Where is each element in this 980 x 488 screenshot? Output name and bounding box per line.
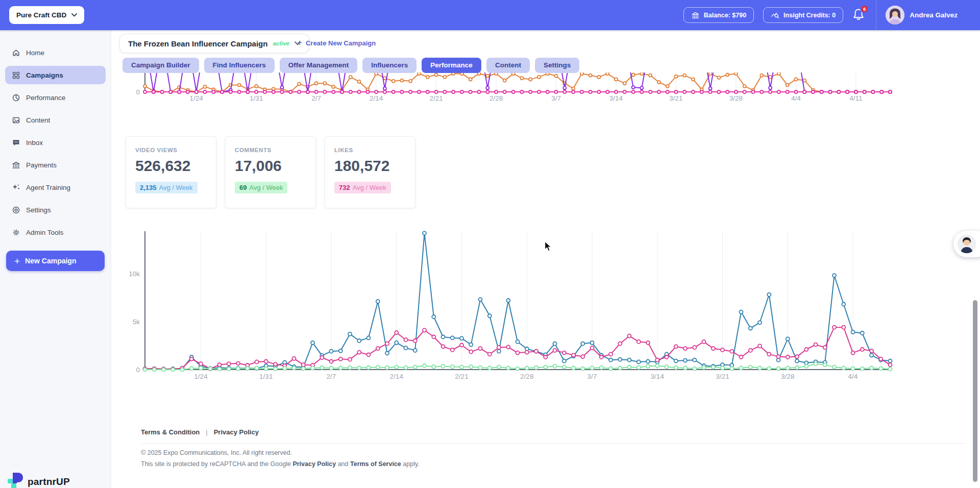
plus-icon: + xyxy=(14,256,20,266)
stat-avg-label: Avg / Week xyxy=(249,184,283,191)
stat-avg-badge: 732 Avg / Week xyxy=(334,182,391,193)
campaign-tabs: Campaign Builder Find Influencers Offer … xyxy=(122,58,579,73)
footer-separator: | xyxy=(206,428,207,436)
settings-icon xyxy=(12,206,20,214)
brand-logo: partnrUP xyxy=(7,472,70,488)
user-menu[interactable]: Andrea Galvez xyxy=(886,6,958,25)
engagement-chart-bottom[interactable]: 1/241/312/72/142/212/283/73/143/213/284/… xyxy=(128,227,914,385)
campaigns-icon xyxy=(12,71,20,80)
svg-text:3/7: 3/7 xyxy=(551,94,561,102)
svg-text:1/24: 1/24 xyxy=(194,373,208,380)
sidebar-item-label: Agent Training xyxy=(26,184,70,191)
sidebar-item-settings[interactable]: Settings xyxy=(5,201,106,219)
sidebar-item-label: Settings xyxy=(26,206,51,214)
tab-find-influencers[interactable]: Find Influencers xyxy=(204,58,275,73)
privacy-link[interactable]: Privacy Policy xyxy=(214,428,259,436)
tab-content[interactable]: Content xyxy=(486,58,530,73)
create-new-campaign-button[interactable]: + Create New Campaign xyxy=(297,38,376,48)
stat-avg-value: 69 xyxy=(239,184,247,191)
svg-text:3/14: 3/14 xyxy=(651,373,665,380)
home-icon xyxy=(12,48,20,57)
insight-chart-icon xyxy=(771,11,779,19)
insight-credits-button[interactable]: Insight Credits: 0 xyxy=(763,7,843,23)
stat-avg-value: 2,135 xyxy=(140,184,157,191)
tab-settings[interactable]: Settings xyxy=(535,58,579,73)
new-campaign-button[interactable]: + New Campaign xyxy=(6,251,105,271)
recaptcha-privacy-link[interactable]: Privacy Policy xyxy=(292,460,336,468)
sidebar: Home Campaigns Performance Content Inbox… xyxy=(0,30,111,488)
performance-icon xyxy=(12,93,20,102)
tab-offer-management[interactable]: Offer Management xyxy=(280,58,358,73)
tab-performance[interactable]: Performance xyxy=(422,58,481,73)
terms-link[interactable]: Terms & Condition xyxy=(141,428,200,436)
balance-label: Balance: $790 xyxy=(704,12,746,19)
svg-text:4/4: 4/4 xyxy=(848,373,858,380)
sidebar-nav: Home Campaigns Performance Content Inbox… xyxy=(0,30,111,241)
avatar xyxy=(886,6,904,25)
svg-text:5k: 5k xyxy=(133,318,140,326)
content-icon xyxy=(12,116,20,125)
sidebar-item-home[interactable]: Home xyxy=(5,43,106,62)
copyright-text: © 2025 Expo Communications, Inc. All rig… xyxy=(141,449,292,456)
balance-button[interactable]: Balance: $790 xyxy=(683,7,754,23)
sidebar-item-label: Payments xyxy=(26,161,57,169)
top-bar-right: Balance: $790 Insight Credits: 0 6 xyxy=(683,0,958,30)
footer-links: Terms & Condition | Privacy Policy xyxy=(141,428,259,436)
campaign-selector[interactable]: The Frozen Bean Influencer Campaign acti… xyxy=(119,34,309,53)
stat-avg-badge: 2,135 Avg / Week xyxy=(135,182,198,193)
workspace-name: Pure Craft CBD xyxy=(16,11,66,19)
new-campaign-label: New Campaign xyxy=(25,257,76,265)
sidebar-item-label: Campaigns xyxy=(26,71,63,79)
top-bar: Pure Craft CBD Balance: $790 Insight Cre… xyxy=(0,0,980,30)
sidebar-item-payments[interactable]: Payments xyxy=(5,156,106,174)
svg-text:3/28: 3/28 xyxy=(729,94,743,102)
stat-avg-label: Avg / Week xyxy=(159,184,193,191)
tab-campaign-builder[interactable]: Campaign Builder xyxy=(122,58,199,73)
campaign-status-badge: active xyxy=(273,40,289,46)
campaign-title: The Frozen Bean Influencer Campaign xyxy=(128,39,267,48)
svg-text:2/7: 2/7 xyxy=(327,373,336,380)
stat-cards: VIDEO VIEWS 526,632 2,135 Avg / Week COM… xyxy=(126,136,415,208)
chat-assistant-widget[interactable] xyxy=(953,231,980,257)
sidebar-item-campaigns[interactable]: Campaigns xyxy=(5,66,106,84)
svg-text:1/31: 1/31 xyxy=(250,94,263,102)
sidebar-item-content[interactable]: Content xyxy=(5,111,106,129)
brand-logo-text: partnrUP xyxy=(28,476,70,487)
workspace-selector[interactable]: Pure Craft CBD xyxy=(9,6,84,24)
admin-tools-icon xyxy=(12,228,20,237)
sidebar-item-label: Home xyxy=(26,49,44,57)
svg-text:2/28: 2/28 xyxy=(520,373,533,380)
engagement-chart-top[interactable]: 1/241/312/72/142/212/283/73/143/213/284/… xyxy=(128,72,914,104)
stat-avg-value: 732 xyxy=(339,184,350,191)
recaptcha-terms-link[interactable]: Terms of Service xyxy=(350,460,401,468)
sidebar-item-inbox[interactable]: Inbox xyxy=(5,133,106,152)
svg-text:4/11: 4/11 xyxy=(849,94,862,102)
payments-icon xyxy=(12,161,20,169)
svg-text:1/31: 1/31 xyxy=(259,373,273,380)
sidebar-item-label: Admin Tools xyxy=(26,229,63,236)
notification-badge: 6 xyxy=(860,5,869,13)
stat-label: COMMENTS xyxy=(235,147,315,153)
svg-text:4/4: 4/4 xyxy=(791,94,801,102)
sidebar-item-agent-training[interactable]: Agent Training xyxy=(5,178,106,197)
top-bar-divider xyxy=(876,0,876,30)
svg-text:0: 0 xyxy=(136,88,140,96)
vertical-scrollbar[interactable] xyxy=(973,300,977,482)
insight-credits-label: Insight Credits: 0 xyxy=(783,12,836,19)
sidebar-item-label: Performance xyxy=(26,94,65,102)
sidebar-item-label: Inbox xyxy=(26,139,43,147)
recaptcha-text: and xyxy=(336,460,350,468)
sidebar-item-performance[interactable]: Performance xyxy=(5,88,106,107)
create-new-campaign-label: Create New Campaign xyxy=(306,39,376,47)
stat-avg-label: Avg / Week xyxy=(353,184,386,191)
chat-avatar xyxy=(958,235,976,253)
notifications-button[interactable]: 6 xyxy=(852,8,867,23)
svg-text:3/21: 3/21 xyxy=(669,94,682,102)
sidebar-item-admin-tools[interactable]: Admin Tools xyxy=(5,223,106,241)
agent-training-icon xyxy=(12,183,20,192)
partnrup-logo-icon xyxy=(7,472,24,488)
recaptcha-text: This site is protected by reCAPTCHA and … xyxy=(141,460,292,468)
svg-text:2/14: 2/14 xyxy=(370,94,383,102)
tab-influencers[interactable]: Influencers xyxy=(362,58,416,73)
svg-text:1/24: 1/24 xyxy=(190,94,204,102)
